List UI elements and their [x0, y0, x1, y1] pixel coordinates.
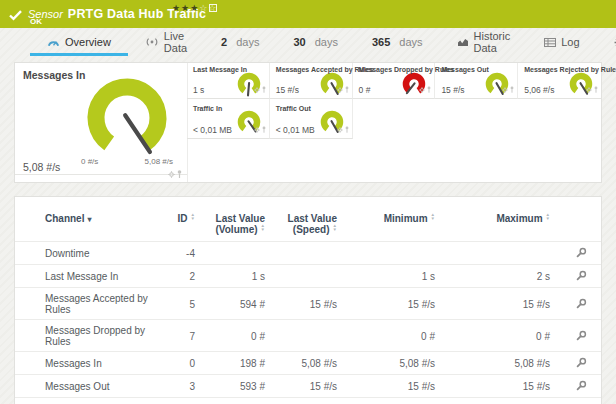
mini-gauge-tile[interactable]: Traffic Out < 0,01 MB	[270, 99, 353, 139]
gauge-title: Messages Out	[441, 66, 488, 73]
table-row: Messages Accepted by Rules 5 594 # 15 #/…	[15, 288, 601, 320]
tab-historic-data[interactable]: Historic Data	[440, 28, 528, 56]
wrench-icon	[576, 357, 587, 368]
gauge-title: Traffic Out	[276, 105, 311, 112]
messages-in-gauge-tile[interactable]: Messages In 0 #/s 5,08 #/s 5,08 #/s	[15, 63, 188, 182]
channel-minimum: 15 #/s	[337, 375, 435, 398]
mini-gauge-tile[interactable]: Traffic In < 0,01 MB	[187, 99, 270, 139]
gauge-settings-icon[interactable]	[168, 164, 175, 182]
wrench-icon	[576, 380, 587, 391]
tab-live-data[interactable]: Live Data	[128, 28, 204, 56]
channel-name: Messages Dropped by Rules	[15, 320, 165, 352]
channel-id: 3	[165, 375, 195, 398]
channel-table-panel: Channel▾ ID Last Value (Volume) Last Val…	[14, 196, 602, 404]
channel-minimum: 0 #	[337, 320, 435, 352]
channel-last-value-speed: 5,08 #/s	[265, 352, 337, 375]
channel-name: Messages Accepted by Rules	[15, 288, 165, 320]
channel-id: -4	[165, 242, 195, 265]
table-header-row: Channel▾ ID Last Value (Volume) Last Val…	[15, 197, 601, 242]
mini-gauge-tile[interactable]: Messages Out 15 #/s	[435, 63, 518, 99]
tab-settings[interactable]: Settings	[597, 28, 616, 56]
table-row: Downtime -4	[15, 242, 601, 265]
tab-overview[interactable]: Overview	[30, 28, 128, 56]
tab-2-days[interactable]: 2days	[204, 28, 276, 56]
gauge-title: Messages Dropped by Rules	[359, 66, 454, 73]
channel-id: 6	[165, 398, 195, 404]
channel-last-value-volume: 197 #	[195, 398, 265, 404]
gauge-title: Traffic In	[193, 105, 222, 112]
sort-icon	[546, 213, 550, 221]
gauge-settings-icon[interactable]	[254, 79, 260, 97]
col-header-maximum[interactable]: Maximum	[435, 197, 550, 242]
channel-last-value-volume: 593 #	[195, 375, 265, 398]
gauge-settings-icon[interactable]	[419, 79, 425, 97]
col-header-minimum[interactable]: Minimum	[337, 197, 435, 242]
star-icon[interactable]: ★	[172, 3, 181, 13]
channel-settings-button[interactable]	[576, 270, 587, 281]
gauge-pin-icon[interactable]	[262, 79, 266, 97]
gauge-pin-icon[interactable]	[262, 119, 266, 137]
channel-maximum	[435, 242, 550, 265]
gauge-icon	[47, 37, 60, 47]
gauge-pin-icon[interactable]	[345, 79, 349, 97]
gauge-value: < 0,01 MB	[193, 125, 232, 135]
log-icon	[544, 38, 556, 47]
channel-last-value-speed: 5,06 #/s	[265, 398, 337, 404]
channel-minimum: 5,08 #/s	[337, 352, 435, 375]
channel-settings-button[interactable]	[576, 380, 587, 391]
tab-log[interactable]: Log	[527, 28, 596, 56]
channel-minimum: 1 s	[337, 265, 435, 288]
mini-gauge-tile[interactable]: Last Message In 1 s	[187, 63, 270, 99]
col-header-channel[interactable]: Channel▾	[15, 197, 165, 242]
table-row: Last Message In 2 1 s 1 s 2 s	[15, 265, 601, 288]
channel-settings-button[interactable]	[576, 330, 587, 341]
ok-check-icon	[9, 7, 22, 25]
channel-minimum: 15 #/s	[337, 288, 435, 320]
prtg-sensor-page: SensorPRTG Data Hub Traffic ★★★☆☆ OK Ove…	[0, 0, 616, 404]
channel-last-value-speed: 15 #/s	[265, 288, 337, 320]
mini-gauge-tile[interactable]: Messages Rejected by Rules 5,06 #/s	[518, 63, 601, 99]
gauge-scale-min: 0 #/s	[81, 157, 98, 166]
star-icon[interactable]: ★	[181, 3, 190, 13]
gauge-settings-icon[interactable]	[337, 119, 343, 137]
tab-strip: Overview Live Data 2days 30days 365days …	[0, 28, 616, 56]
channel-settings-button[interactable]	[576, 357, 587, 368]
gauge-settings-icon[interactable]	[254, 119, 260, 137]
channel-name: Last Message In	[15, 265, 165, 288]
gauge-settings-icon[interactable]	[337, 79, 343, 97]
tab-365-days[interactable]: 365days	[355, 28, 440, 56]
gauge-title: Last Message In	[193, 66, 247, 73]
gauge-pin-icon[interactable]	[510, 79, 514, 97]
channel-maximum: 0 #	[435, 320, 550, 352]
star-icon[interactable]: ☆	[199, 3, 208, 13]
gauge-pin-icon[interactable]	[594, 79, 598, 97]
col-header-id[interactable]: ID	[165, 197, 195, 242]
gauge-pin-icon[interactable]	[177, 164, 182, 182]
channel-id: 5	[165, 288, 195, 320]
star-icon[interactable]: ★	[190, 3, 199, 13]
gauge-pin-icon[interactable]	[427, 79, 431, 97]
gauge-settings-icon[interactable]	[586, 79, 592, 97]
chart-icon	[457, 37, 469, 47]
col-header-actions	[550, 197, 601, 242]
channel-table-body: Downtime -4 Last Message In 2 1 s 1 s 2 …	[15, 242, 601, 404]
tab-30-days[interactable]: 30days	[276, 28, 355, 56]
col-header-last-value-volume[interactable]: Last Value (Volume)	[195, 197, 265, 242]
sensor-header: SensorPRTG Data Hub Traffic ★★★☆☆ OK	[0, 0, 616, 28]
wrench-icon	[576, 330, 587, 341]
channel-last-value-speed	[265, 265, 337, 288]
gauge-settings-icon[interactable]	[502, 79, 508, 97]
channel-settings-button[interactable]	[576, 247, 587, 258]
gauge-value: < 0,01 MB	[276, 125, 315, 135]
gauge-title: Messages Rejected by Rules	[524, 66, 616, 73]
mini-gauge-tile[interactable]: Messages Accepted by Rules 15 #/s	[270, 63, 353, 99]
col-header-last-value-speed[interactable]: Last Value (Speed)	[265, 197, 337, 242]
gauge-pin-icon[interactable]	[345, 119, 349, 137]
gauge-value: 15 #/s	[276, 85, 299, 95]
channel-maximum: 2 s	[435, 265, 550, 288]
channel-last-value-volume: 198 #	[195, 352, 265, 375]
star-icon[interactable]: ☆	[208, 3, 217, 13]
channel-settings-button[interactable]	[576, 298, 587, 309]
mini-gauge-tile[interactable]: Messages Dropped by Rules 0 #	[353, 63, 436, 99]
priority-stars[interactable]: ★★★☆☆	[172, 3, 217, 13]
